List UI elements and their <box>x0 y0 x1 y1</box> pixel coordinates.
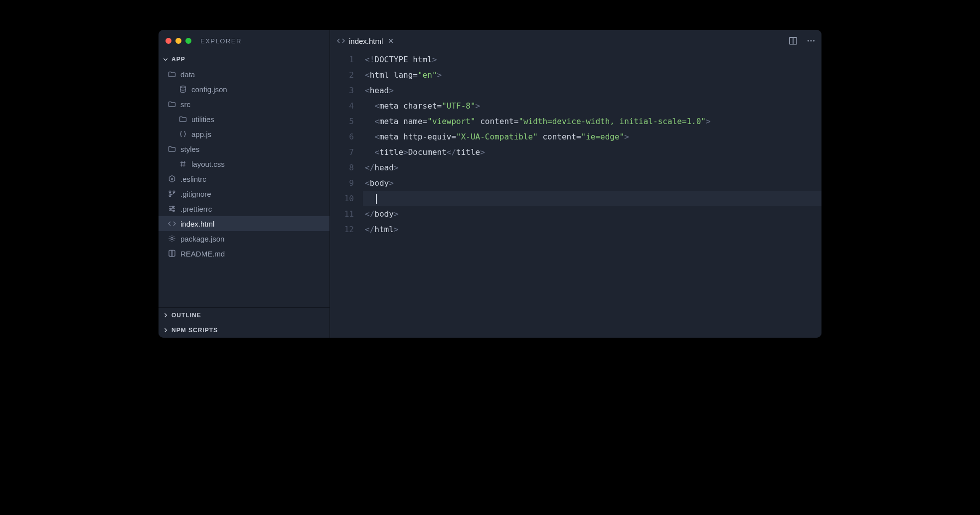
sidebar-bottom-sections: OUTLINE NPM SCRIPTS <box>159 307 329 338</box>
ellipsis-icon <box>807 36 816 45</box>
file-row-layout-css[interactable]: layout.css <box>159 156 329 171</box>
token-name: html <box>374 225 394 234</box>
token-tag: < <box>365 70 370 80</box>
token-tag: > <box>389 86 394 95</box>
file-tree: dataconfig.jsonsrcutilitiesapp.jsstylesl… <box>159 67 329 307</box>
token-attr: lang= <box>394 70 418 80</box>
token-name: body <box>370 178 389 188</box>
file-row--gitignore[interactable]: .gitignore <box>159 186 329 201</box>
folder-icon <box>167 100 176 109</box>
token-tag: > <box>437 70 442 80</box>
tab-index-html[interactable]: index.html <box>330 30 402 52</box>
project-section-header[interactable]: APP <box>159 52 329 67</box>
chevron-down-icon <box>163 56 168 62</box>
hexagon-icon <box>167 174 176 183</box>
line-number: 3 <box>330 83 354 98</box>
svg-line-4 <box>184 161 184 167</box>
npm-scripts-section-header[interactable]: NPM SCRIPTS <box>159 323 329 338</box>
svg-point-21 <box>808 40 809 42</box>
file-row-readme-md[interactable]: README.md <box>159 246 329 261</box>
code-line[interactable]: <!DOCTYPE html> <box>363 52 821 67</box>
code-line[interactable]: <meta http-equiv="X-UA-Compatible" conte… <box>363 129 821 144</box>
folder-icon <box>167 144 176 153</box>
code-line[interactable]: <title>Document</title> <box>363 144 821 160</box>
code-content[interactable]: <!DOCTYPE html><html lang="en"><head> <m… <box>363 52 821 338</box>
sidebar-header: EXPLORER <box>159 30 329 52</box>
token-text: Document <box>408 147 447 157</box>
outline-label: OUTLINE <box>171 312 201 319</box>
code-line[interactable]: <head> <box>363 83 821 98</box>
line-number: 8 <box>330 160 354 175</box>
code-line[interactable]: <html lang="en"> <box>363 67 821 83</box>
window-close-button[interactable] <box>165 38 171 44</box>
window-minimize-button[interactable] <box>175 38 181 44</box>
file-label: layout.css <box>191 160 225 168</box>
file-row-src[interactable]: src <box>159 97 329 112</box>
file-row-package-json[interactable]: package.json <box>159 231 329 246</box>
close-icon <box>388 38 394 44</box>
token-str: "ie=edge" <box>581 132 625 141</box>
chevron-right-icon <box>163 327 168 333</box>
token-str: "en" <box>418 70 437 80</box>
text-cursor <box>376 194 377 204</box>
token-text <box>365 147 374 157</box>
file-row-utilities[interactable]: utilities <box>159 112 329 127</box>
token-attr: name= <box>403 117 427 126</box>
split-editor-button[interactable] <box>789 36 798 45</box>
token-tag: < <box>374 147 379 157</box>
file-row--prettierrc[interactable]: .prettierrc <box>159 201 329 216</box>
editor-actions <box>789 36 816 45</box>
line-number: 12 <box>330 222 354 237</box>
line-number: 9 <box>330 175 354 191</box>
code-line[interactable] <box>363 191 821 206</box>
token-name: title <box>456 147 480 157</box>
file-row-app-js[interactable]: app.js <box>159 127 329 141</box>
file-label: package.json <box>180 235 224 243</box>
file-label: .prettierrc <box>180 205 212 213</box>
code-line[interactable]: </html> <box>363 222 821 237</box>
editor-window: EXPLORER APP dataconfig.jsonsrcutilities… <box>159 30 821 338</box>
tab-label: index.html <box>349 37 383 45</box>
token-tag: </ <box>365 163 374 172</box>
file-label: config.json <box>191 85 227 94</box>
line-number: 7 <box>330 144 354 160</box>
token-tag: > <box>706 117 711 126</box>
token-attr: http-equiv= <box>403 132 456 141</box>
code-editor[interactable]: 123456789101112 <!DOCTYPE html><html lan… <box>330 52 821 338</box>
file-row--eslintrc[interactable]: .eslintrc <box>159 171 329 186</box>
project-name-label: APP <box>171 56 185 63</box>
more-actions-button[interactable] <box>807 36 816 45</box>
token-str: "width=device-width, initial-scale=1.0" <box>518 117 706 126</box>
token-attr: html <box>413 55 432 64</box>
svg-marker-5 <box>169 176 175 182</box>
code-line[interactable]: <meta charset="UTF-8"> <box>363 98 821 114</box>
code-line[interactable]: <body> <box>363 175 821 191</box>
window-zoom-button[interactable] <box>185 38 191 44</box>
token-name: head <box>370 86 389 95</box>
code-line[interactable]: </body> <box>363 206 821 222</box>
file-label: index.html <box>180 220 214 228</box>
file-label: styles <box>180 145 199 153</box>
file-row-config-json[interactable]: config.json <box>159 82 329 97</box>
braces-icon <box>178 129 187 138</box>
token-attr: charset= <box>403 101 442 111</box>
svg-point-6 <box>171 178 173 180</box>
code-line[interactable]: </head> <box>363 160 821 175</box>
file-row-styles[interactable]: styles <box>159 141 329 156</box>
svg-point-23 <box>813 40 815 42</box>
line-number: 11 <box>330 206 354 222</box>
outline-section-header[interactable]: OUTLINE <box>159 308 329 323</box>
token-tag: > <box>480 147 485 157</box>
token-tag: > <box>403 147 408 157</box>
file-row-index-html[interactable]: index.html <box>159 216 329 231</box>
tab-close-button[interactable] <box>387 37 395 45</box>
token-tag: > <box>432 55 437 64</box>
tab-bar: index.html <box>330 30 821 52</box>
file-label: src <box>180 100 190 109</box>
token-tag: </ <box>447 147 456 157</box>
file-row-data[interactable]: data <box>159 67 329 82</box>
database-icon <box>178 85 187 94</box>
code-line[interactable]: <meta name="viewport" content="width=dev… <box>363 114 821 129</box>
folder-icon <box>167 70 176 79</box>
line-number: 5 <box>330 114 354 129</box>
